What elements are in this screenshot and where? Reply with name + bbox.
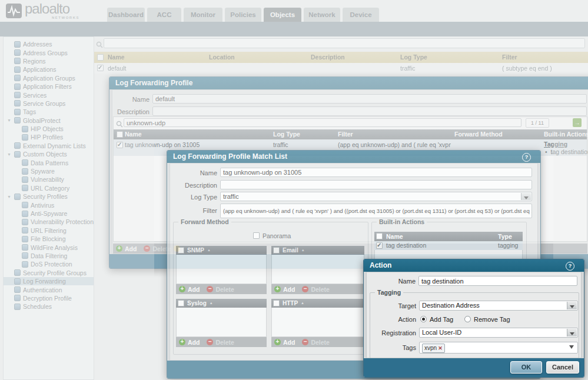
expand-arrow-icon[interactable]: ▼ xyxy=(7,118,14,122)
tab-objects[interactable]: Objects xyxy=(264,8,301,22)
row-checkbox[interactable] xyxy=(117,142,123,148)
delete-button[interactable]: Delete xyxy=(215,286,234,293)
sidebar-item-regions[interactable]: Regions xyxy=(4,57,94,65)
help-icon[interactable] xyxy=(522,153,531,162)
objects-search-input[interactable] xyxy=(104,38,585,48)
tab-dashboard[interactable]: Dashboard xyxy=(107,8,145,22)
sidebar-item-application-filters[interactable]: Application Filters xyxy=(4,82,94,91)
tab-monitor[interactable]: Monitor xyxy=(184,8,222,22)
sidebar-item-file-blocking[interactable]: File Blocking xyxy=(4,235,94,243)
sidebar-item-services[interactable]: Services xyxy=(4,91,94,99)
expand-arrow-icon[interactable]: ▼ xyxy=(7,195,14,199)
log-type-select[interactable]: traffic xyxy=(220,192,532,201)
objects-table-row[interactable]: default traffic ( subtype eq end ) xyxy=(94,63,588,74)
dropdown-arrow-icon[interactable] xyxy=(521,193,531,200)
select-all-checkbox[interactable] xyxy=(178,300,184,306)
tagging-link[interactable]: Tagging xyxy=(544,141,567,148)
sidebar-item-url-filtering[interactable]: URL Filtering xyxy=(4,226,94,235)
add-icon[interactable]: + xyxy=(274,286,281,292)
add-button[interactable]: Add xyxy=(188,339,200,346)
select-all-checkbox[interactable] xyxy=(273,247,280,254)
remove-chip-icon[interactable]: ✕ xyxy=(438,345,443,351)
tag-chip[interactable]: xvpn✕ xyxy=(422,344,445,353)
snmp-column-header[interactable]: SNMP xyxy=(187,247,211,254)
sidebar-item-data-filtering[interactable]: Data Filtering xyxy=(4,252,94,260)
delete-icon[interactable]: − xyxy=(144,245,150,252)
sidebar-item-authentication[interactable]: Authentication xyxy=(4,285,94,294)
sidebar-item-anti-spyware[interactable]: Anti-Spyware xyxy=(4,209,94,218)
target-select[interactable]: Destination Address xyxy=(419,301,578,311)
tab-acc[interactable]: ACC xyxy=(147,8,181,22)
cancel-button[interactable]: Cancel xyxy=(546,361,579,374)
sidebar-item-vulnerability[interactable]: Vulnerability xyxy=(4,175,94,184)
help-icon[interactable] xyxy=(566,262,574,271)
tab-device[interactable]: Device xyxy=(343,8,379,22)
sidebar-item-log-forwarding[interactable]: Log Forwarding xyxy=(4,277,94,285)
add-button[interactable]: Add xyxy=(125,245,137,252)
sidebar-item-security-profiles[interactable]: ▼Security Profiles xyxy=(4,192,94,201)
add-tag-radio[interactable] xyxy=(420,316,427,322)
email-column-header[interactable]: Email xyxy=(283,247,305,254)
tags-combobox[interactable]: xvpn✕ xyxy=(419,342,578,354)
profile-description-input[interactable] xyxy=(152,106,587,116)
add-button[interactable]: Add xyxy=(283,339,295,346)
sidebar-item-applications[interactable]: Applications xyxy=(4,65,94,74)
add-button[interactable]: Add xyxy=(188,286,200,293)
row-checkbox[interactable] xyxy=(97,65,104,71)
sidebar-item-antivirus[interactable]: Antivirus xyxy=(4,201,94,209)
delete-icon[interactable]: − xyxy=(302,339,308,345)
match-list-search-input[interactable] xyxy=(124,118,521,127)
add-icon[interactable]: + xyxy=(179,286,185,292)
add-icon[interactable]: + xyxy=(274,339,281,345)
delete-icon[interactable]: − xyxy=(207,339,213,345)
sidebar-item-hip-objects[interactable]: HIP Objects xyxy=(4,125,94,133)
profile-name-input[interactable] xyxy=(152,94,587,104)
select-all-checkbox[interactable] xyxy=(97,54,104,61)
sidebar-item-custom-objects[interactable]: ▼Custom Objects xyxy=(4,150,94,158)
expand-arrow-icon[interactable]: ▼ xyxy=(7,152,14,156)
sidebar-item-addresses[interactable]: Addresses xyxy=(4,40,94,48)
select-all-checkbox[interactable] xyxy=(117,131,123,138)
sidebar-item-vulnerability-protection[interactable]: Vulnerability Protection xyxy=(4,218,94,226)
sidebar-item-dos-protection[interactable]: DoS Protection xyxy=(4,260,94,268)
delete-button[interactable]: Delete xyxy=(311,339,330,346)
http-column-header[interactable]: HTTP xyxy=(283,300,304,306)
delete-button[interactable]: Delete xyxy=(311,286,330,293)
sidebar-item-schedules[interactable]: Schedules xyxy=(4,302,94,311)
sidebar-item-address-groups[interactable]: Address Groups xyxy=(4,48,94,56)
select-all-checkbox[interactable] xyxy=(273,300,280,306)
delete-icon[interactable]: − xyxy=(302,286,308,292)
sidebar-item-url-category[interactable]: URL Category xyxy=(4,184,94,192)
tab-network[interactable]: Network xyxy=(304,8,340,22)
sidebar-item-wildfire-analysis[interactable]: WildFire Analysis xyxy=(4,243,94,251)
dropdown-arrow-icon[interactable] xyxy=(567,302,577,309)
sidebar-item-service-groups[interactable]: Service Groups xyxy=(4,99,94,108)
ok-button[interactable]: OK xyxy=(510,361,542,374)
registration-select[interactable]: Local User-ID xyxy=(419,328,578,338)
sidebar-item-application-groups[interactable]: Application Groups xyxy=(4,74,94,82)
sidebar-item-globalprotect[interactable]: ▼GlobalProtect xyxy=(4,116,94,125)
action-name-input[interactable] xyxy=(418,276,577,286)
tab-policies[interactable]: Policies xyxy=(225,8,261,22)
select-all-checkbox[interactable] xyxy=(178,247,184,254)
filter-input[interactable]: (app eq unknown-udp) and ( rule eq 'xvpn… xyxy=(220,204,532,218)
sidebar-item-spyware[interactable]: Spyware xyxy=(4,167,94,175)
syslog-column-header[interactable]: Syslog xyxy=(187,300,213,306)
add-icon[interactable]: + xyxy=(116,245,122,252)
panorama-checkbox[interactable] xyxy=(253,232,260,239)
add-icon[interactable]: + xyxy=(179,339,185,345)
delete-button[interactable]: Delete xyxy=(215,339,234,346)
dropdown-arrow-icon[interactable] xyxy=(567,329,577,336)
select-all-checkbox[interactable] xyxy=(376,233,383,239)
sidebar-item-decryption-profile[interactable]: Decryption Profile xyxy=(4,294,94,302)
search-next-button[interactable]: → xyxy=(573,118,582,127)
row-checkbox[interactable] xyxy=(376,242,383,249)
match-description-input[interactable] xyxy=(220,180,532,189)
sidebar-item-data-patterns[interactable]: Data Patterns xyxy=(4,158,94,166)
dropdown-arrow-icon[interactable] xyxy=(569,345,574,351)
match-name-input[interactable] xyxy=(220,168,532,177)
sidebar-item-external-dynamic-lists[interactable]: External Dynamic Lists xyxy=(4,142,94,150)
sidebar-item-tags[interactable]: Tags xyxy=(4,108,94,116)
sidebar-item-security-profile-groups[interactable]: Security Profile Groups xyxy=(4,269,94,277)
remove-tag-radio[interactable] xyxy=(464,316,471,322)
